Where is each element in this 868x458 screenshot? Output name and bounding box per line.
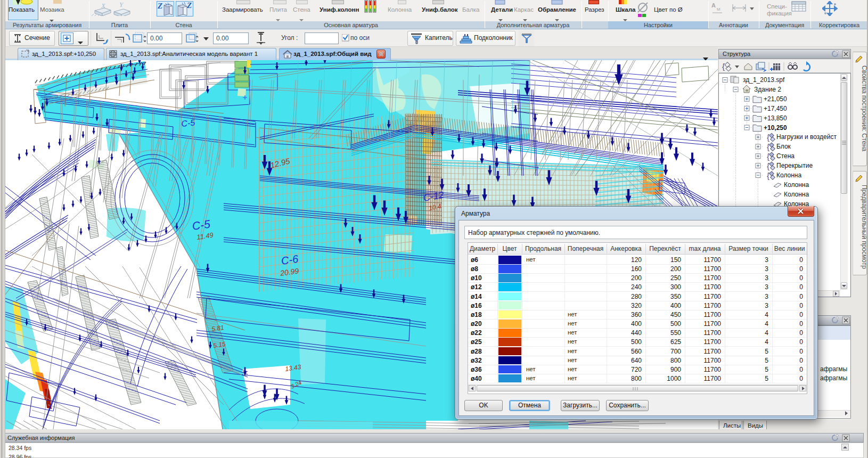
svg-text:Y: Y bbox=[119, 1, 124, 9]
svg-text:Здание 2: Здание 2 bbox=[754, 86, 781, 93]
svg-text:Перекрытие: Перекрытие bbox=[776, 162, 813, 169]
svg-text:Нагрузки и воздейст: Нагрузки и воздейст bbox=[776, 133, 837, 141]
svg-text:Колонна: Колонна bbox=[776, 171, 801, 179]
svg-text:{: { bbox=[767, 161, 769, 170]
svg-text:Блок: Блок bbox=[776, 143, 791, 150]
svg-text:зд_1_2013.spf: зд_1_2013.spf bbox=[743, 76, 785, 84]
svg-text:Z: Z bbox=[157, 2, 162, 10]
svg-text:+21,050: +21,050 bbox=[764, 95, 787, 103]
svg-text:Предварительный просмотр: Предварительный просмотр bbox=[861, 185, 867, 269]
svg-text:Колонна: Колонна bbox=[784, 181, 809, 189]
svg-text:Колонна: Колонна bbox=[784, 191, 809, 198]
svg-text:{: { bbox=[767, 142, 769, 151]
svg-text:{: { bbox=[767, 133, 769, 142]
svg-text:{: { bbox=[767, 171, 769, 180]
svg-text:{: { bbox=[722, 62, 725, 71]
svg-text:С-5: С-5 bbox=[191, 217, 211, 232]
svg-text:+10,250: +10,250 bbox=[764, 124, 787, 132]
svg-text:+13,850: +13,850 bbox=[764, 114, 787, 122]
svg-text:Свойства построения: Стена: Свойства построения: Стена bbox=[861, 66, 867, 152]
svg-text:Z: Z bbox=[186, 1, 192, 10]
svg-text:С-6: С-6 bbox=[280, 253, 299, 267]
svg-text:Стена: Стена bbox=[776, 152, 795, 160]
svg-text:С-5: С-5 bbox=[181, 118, 196, 128]
svg-text:M: M bbox=[717, 7, 720, 12]
svg-text:+17,450: +17,450 bbox=[764, 105, 787, 112]
svg-text:{: { bbox=[767, 152, 769, 161]
svg-text:A: A bbox=[711, 2, 716, 9]
